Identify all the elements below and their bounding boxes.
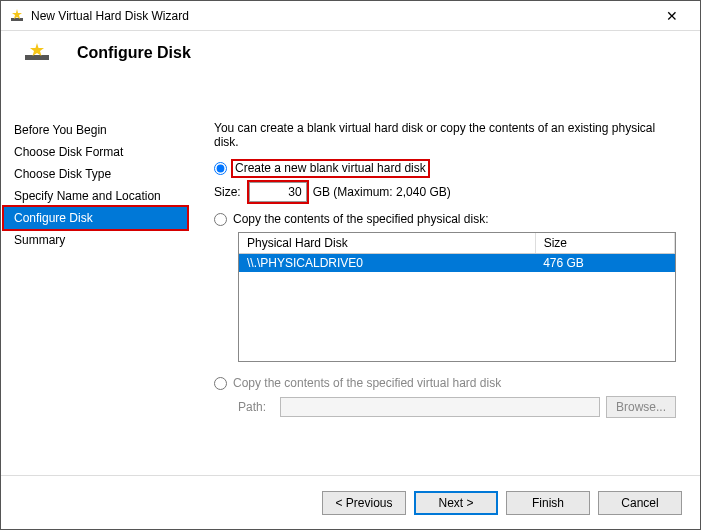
table-row[interactable]: \\.\PHYSICALDRIVE0 476 GB (239, 254, 675, 273)
svg-rect-2 (25, 55, 49, 60)
physical-disk-table: Physical Hard Disk Size \\.\PHYSICALDRIV… (238, 232, 676, 362)
radio-copy-virtual[interactable] (214, 377, 227, 390)
description: You can create a blank virtual hard disk… (214, 121, 676, 149)
label-copy-virtual: Copy the contents of the specified virtu… (233, 376, 501, 390)
size-input[interactable] (249, 182, 307, 202)
svg-marker-3 (30, 43, 44, 56)
svg-marker-1 (12, 9, 22, 19)
label-copy-physical: Copy the contents of the specified physi… (233, 212, 488, 226)
step-before-you-begin[interactable]: Before You Begin (4, 119, 187, 141)
step-summary[interactable]: Summary (4, 229, 187, 251)
disk-icon (23, 43, 51, 63)
previous-button[interactable]: < Previous (322, 491, 406, 515)
size-unit: GB (Maximum: 2,040 GB) (313, 185, 451, 199)
next-button[interactable]: Next > (414, 491, 498, 515)
step-choose-disk-type[interactable]: Choose Disk Type (4, 163, 187, 185)
cell-size: 476 GB (535, 254, 674, 273)
label-create-blank: Create a new blank virtual hard disk (233, 161, 428, 176)
path-label: Path: (238, 400, 274, 414)
col-size[interactable]: Size (535, 233, 674, 254)
step-specify-name-location[interactable]: Specify Name and Location (4, 185, 187, 207)
radio-copy-physical[interactable] (214, 213, 227, 226)
wizard-steps: Before You Begin Choose Disk Format Choo… (1, 109, 190, 475)
close-button[interactable]: ✕ (652, 8, 692, 24)
wizard-icon (9, 8, 25, 24)
cancel-button[interactable]: Cancel (598, 491, 682, 515)
cell-disk: \\.\PHYSICALDRIVE0 (239, 254, 535, 273)
window-title: New Virtual Hard Disk Wizard (31, 9, 652, 23)
radio-create-blank[interactable] (214, 162, 227, 175)
step-choose-disk-format[interactable]: Choose Disk Format (4, 141, 187, 163)
svg-rect-0 (11, 18, 23, 21)
step-configure-disk[interactable]: Configure Disk (4, 207, 187, 229)
finish-button[interactable]: Finish (506, 491, 590, 515)
path-input (280, 397, 600, 417)
page-title: Configure Disk (77, 44, 191, 62)
browse-button: Browse... (606, 396, 676, 418)
col-disk[interactable]: Physical Hard Disk (239, 233, 535, 254)
size-label: Size: (214, 185, 241, 199)
